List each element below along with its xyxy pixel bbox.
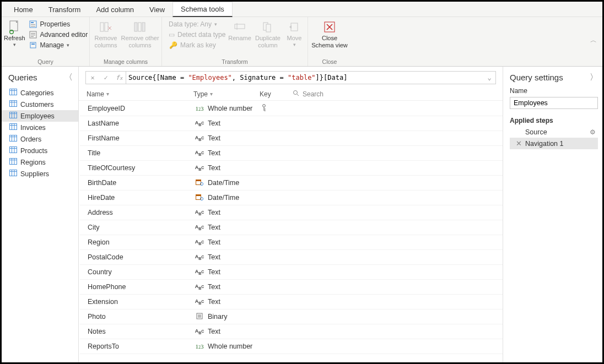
remove-columns-button: Remove columns bbox=[92, 18, 120, 50]
text-type-icon: ABC bbox=[195, 120, 204, 127]
query-item-invoices[interactable]: Invoices bbox=[2, 122, 78, 133]
tab-home[interactable]: Home bbox=[6, 3, 41, 17]
schema-row[interactable]: CountryABCText bbox=[80, 265, 503, 280]
schema-row[interactable]: HireDateDate/Time bbox=[80, 191, 503, 205]
schema-header: Name ▾ Type ▾ Key Search bbox=[79, 88, 503, 101]
field-name: Photo bbox=[88, 313, 195, 320]
field-type: Binary bbox=[208, 313, 227, 320]
svg-rect-11 bbox=[31, 44, 35, 45]
schema-row[interactable]: EmployeeID123Whole number bbox=[80, 101, 503, 116]
cancel-formula-button[interactable]: ✕ bbox=[86, 74, 99, 82]
svg-rect-39 bbox=[10, 124, 17, 130]
move-icon bbox=[288, 19, 300, 35]
datetime-type-icon bbox=[195, 194, 204, 202]
query-item-employees[interactable]: Employees bbox=[2, 110, 78, 122]
schema-row[interactable]: PhotoBinary bbox=[80, 309, 503, 324]
gear-icon[interactable]: ⚙ bbox=[590, 128, 596, 136]
field-type: Text bbox=[208, 253, 220, 261]
commit-formula-button[interactable]: ✓ bbox=[99, 74, 112, 82]
field-name: PostalCode bbox=[88, 253, 195, 261]
svg-rect-4 bbox=[31, 24, 35, 25]
query-item-suppliers[interactable]: Suppliers bbox=[2, 168, 78, 180]
field-type: Text bbox=[208, 268, 220, 276]
schema-row[interactable]: CityABCText bbox=[80, 220, 503, 235]
properties-label: Properties bbox=[40, 20, 71, 28]
query-name-input[interactable] bbox=[510, 97, 598, 109]
query-label: Suppliers bbox=[20, 170, 49, 178]
tab-add-column[interactable]: Add column bbox=[88, 3, 142, 17]
schema-row[interactable]: ExtensionABCText bbox=[80, 295, 503, 309]
tab-view[interactable]: View bbox=[142, 3, 172, 17]
query-item-regions[interactable]: Regions bbox=[2, 156, 78, 168]
field-name: EmployeeID bbox=[88, 105, 195, 112]
query-label: Products bbox=[20, 147, 47, 155]
tab-schema-tools[interactable]: Schema tools bbox=[172, 2, 233, 17]
svg-rect-55 bbox=[10, 170, 17, 176]
manage-icon bbox=[29, 41, 37, 49]
collapse-ribbon-button[interactable]: ︿ bbox=[590, 36, 597, 45]
text-type-icon: ABC bbox=[195, 298, 204, 305]
close-schema-view-label: Close Schema view bbox=[310, 35, 349, 48]
svg-rect-12 bbox=[100, 23, 104, 31]
col-header-key[interactable]: Key bbox=[260, 90, 271, 98]
data-type-label: Data type: Any bbox=[169, 20, 212, 28]
properties-icon bbox=[29, 20, 37, 28]
schema-row[interactable]: BirthDateDate/Time bbox=[80, 176, 503, 191]
step-label: Navigation 1 bbox=[525, 140, 564, 148]
query-item-customers[interactable]: Customers bbox=[2, 99, 78, 110]
properties-button[interactable]: Properties bbox=[26, 19, 90, 29]
svg-rect-18 bbox=[142, 23, 145, 31]
schema-row[interactable]: TitleABCText bbox=[80, 146, 503, 161]
collapse-queries-icon[interactable]: 〈 bbox=[64, 72, 73, 83]
query-label: Employees bbox=[20, 112, 55, 120]
delete-step-icon[interactable]: ✕ bbox=[515, 139, 522, 148]
ribbon-group-manage-columns: Remove columns Remove other columns Mana… bbox=[90, 17, 162, 66]
schema-row[interactable]: AddressABCText bbox=[80, 205, 503, 220]
schema-row[interactable]: NotesABCText bbox=[80, 324, 503, 339]
query-item-orders[interactable]: Orders bbox=[2, 133, 78, 145]
svg-rect-8 bbox=[31, 35, 35, 35]
close-schema-view-button[interactable]: Close Schema view bbox=[310, 18, 349, 50]
advanced-editor-button[interactable]: Advanced editor bbox=[26, 30, 90, 40]
mark-as-key-label: Mark as key bbox=[180, 41, 216, 49]
svg-rect-69 bbox=[196, 195, 201, 197]
manage-button[interactable]: Manage ▾ bbox=[26, 40, 90, 50]
field-type: Text bbox=[208, 119, 220, 127]
duplicate-column-icon bbox=[262, 19, 274, 35]
detect-icon: ▭ bbox=[169, 31, 175, 39]
schema-rows: EmployeeID123Whole numberLastNameABCText… bbox=[79, 101, 503, 362]
schema-row[interactable]: RegionABCText bbox=[80, 235, 503, 250]
chevron-down-icon: ▾ bbox=[13, 42, 16, 47]
svg-rect-17 bbox=[138, 23, 141, 31]
query-item-categories[interactable]: Categories bbox=[2, 87, 78, 99]
collapse-settings-icon[interactable]: 〉 bbox=[590, 72, 598, 83]
tab-transform[interactable]: Transform bbox=[41, 3, 89, 17]
text-type-icon: ABC bbox=[195, 165, 204, 171]
schema-row[interactable]: PostalCodeABCText bbox=[80, 250, 503, 265]
query-item-products[interactable]: Products bbox=[2, 145, 78, 156]
refresh-button[interactable]: Refresh ▾ bbox=[4, 18, 25, 48]
schema-row[interactable]: FirstNameABCText bbox=[80, 131, 503, 146]
schema-row[interactable]: TitleOfCourtesyABCText bbox=[80, 161, 503, 176]
close-icon bbox=[323, 19, 336, 35]
applied-step[interactable]: Source⚙ bbox=[510, 127, 598, 138]
remove-other-columns-label: Remove other columns bbox=[121, 35, 159, 48]
formula-text[interactable]: Source{[Name = "Employees", Signature = … bbox=[126, 74, 483, 82]
col-header-name[interactable]: Name bbox=[87, 90, 104, 98]
field-type: Text bbox=[208, 238, 220, 246]
applied-step[interactable]: ✕Navigation 1 bbox=[510, 138, 598, 149]
field-name: HireDate bbox=[88, 194, 195, 202]
schema-row[interactable]: LastNameABCText bbox=[80, 116, 503, 131]
svg-rect-43 bbox=[10, 135, 17, 142]
schema-row[interactable]: ReportsTo123Whole number bbox=[80, 339, 503, 354]
svg-rect-47 bbox=[10, 147, 17, 153]
search-input[interactable]: Search bbox=[303, 90, 323, 98]
expand-formula-button[interactable]: ⌄ bbox=[483, 74, 495, 82]
svg-rect-16 bbox=[134, 23, 137, 31]
field-type: Whole number bbox=[208, 105, 252, 112]
advanced-editor-icon bbox=[29, 31, 37, 39]
svg-rect-3 bbox=[31, 22, 34, 23]
schema-row[interactable]: HomePhoneABCText bbox=[80, 280, 503, 295]
col-header-type[interactable]: Type bbox=[193, 90, 208, 98]
move-button: Move ▾ bbox=[283, 18, 305, 48]
